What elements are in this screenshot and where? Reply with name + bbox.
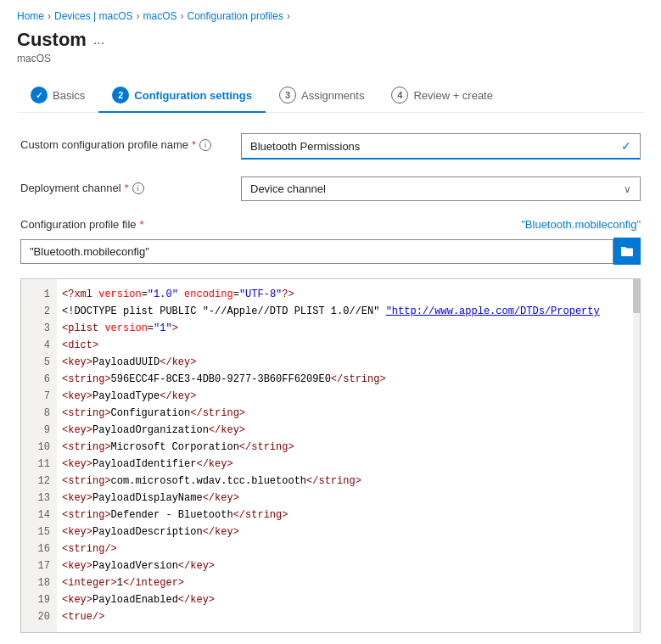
more-options-icon[interactable]: ... bbox=[93, 32, 104, 48]
profile-name-info-icon[interactable]: i bbox=[199, 139, 211, 151]
page-title-area: Custom ... bbox=[17, 29, 644, 51]
xml-line-14: <string>Defender - Bluetooth</string> bbox=[62, 507, 635, 524]
xml-line-18: <integer>1</integer> bbox=[62, 574, 635, 591]
xml-line-6: <string>596ECC4F-8CE3-4DB0-9277-3B60FF62… bbox=[62, 371, 635, 388]
tab-configuration-circle: 2 bbox=[112, 87, 129, 104]
profile-name-required: * bbox=[192, 138, 196, 151]
xml-line-7: <key>PayloadType</key> bbox=[62, 388, 635, 405]
tab-configuration[interactable]: 2 Configuration settings bbox=[98, 78, 266, 112]
page-subtitle: macOS bbox=[17, 53, 644, 64]
tab-basics-circle: ✓ bbox=[31, 87, 48, 104]
config-file-required: * bbox=[140, 218, 144, 231]
page-title: Custom bbox=[17, 29, 87, 51]
config-file-label: Configuration profile file * bbox=[20, 218, 241, 231]
form-section: Custom configuration profile name * i Bl… bbox=[17, 133, 644, 633]
tab-basics-label: Basics bbox=[53, 89, 85, 102]
xml-line-3: <plist version="1"> bbox=[62, 320, 635, 337]
config-file-row: Configuration profile file * "Bluetooth.… bbox=[20, 218, 641, 231]
xml-editor-inner: 1 2 3 4 5 6 7 8 9 10 11 12 13 14 15 16 1 bbox=[21, 279, 640, 632]
tab-assignments-circle: 3 bbox=[279, 87, 296, 104]
checkmark-icon: ✓ bbox=[621, 139, 631, 153]
xml-line-11: <key>PayloadIdentifier</key> bbox=[62, 456, 635, 473]
config-file-link[interactable]: "Bluetooth.mobileconfig" bbox=[241, 218, 641, 231]
xml-editor[interactable]: 1 2 3 4 5 6 7 8 9 10 11 12 13 14 15 16 1 bbox=[20, 278, 641, 633]
profile-name-input[interactable]: Bluetooth Permissions ✓ bbox=[241, 133, 641, 160]
line-numbers: 1 2 3 4 5 6 7 8 9 10 11 12 13 14 15 16 1 bbox=[21, 279, 57, 632]
tab-review-circle: 4 bbox=[391, 87, 408, 104]
tab-review-label: Review + create bbox=[413, 89, 493, 102]
file-input-row: "Bluetooth.mobileconfig" bbox=[20, 238, 641, 265]
page-container: Home › Devices | macOS › macOS › Configu… bbox=[0, 0, 661, 643]
profile-name-label: Custom configuration profile name * i bbox=[20, 133, 241, 151]
profile-name-control: Bluetooth Permissions ✓ bbox=[241, 133, 641, 160]
folder-icon bbox=[620, 244, 634, 258]
tab-basics[interactable]: ✓ Basics bbox=[17, 78, 98, 112]
xml-line-15: <key>PayloadDescription</key> bbox=[62, 524, 635, 540]
tab-assignments[interactable]: 3 Assignments bbox=[266, 78, 378, 112]
xml-line-13: <key>PayloadDisplayName</key> bbox=[62, 490, 635, 507]
deployment-required: * bbox=[125, 182, 129, 194]
deployment-channel-select[interactable]: Device channel ∨ bbox=[241, 176, 641, 201]
xml-line-10: <string>Microsoft Corporation</string> bbox=[62, 439, 635, 456]
xml-content: <?xml version="1.0" encoding="UTF-8"?> <… bbox=[57, 279, 640, 632]
breadcrumb-devices[interactable]: Devices | macOS bbox=[54, 10, 132, 22]
xml-line-5: <key>PayloadUUID</key> bbox=[62, 354, 635, 371]
xml-line-16: <string/> bbox=[62, 540, 635, 557]
file-upload-button[interactable] bbox=[613, 238, 641, 265]
deployment-channel-row: Deployment channel * i Device channel ∨ bbox=[20, 176, 641, 201]
xml-line-17: <key>PayloadVersion</key> bbox=[62, 557, 635, 574]
xml-line-8: <string>Configuration</string> bbox=[62, 405, 635, 422]
xml-line-2: <!DOCTYPE plist PUBLIC "-//Apple//DTD PL… bbox=[62, 303, 635, 320]
tab-bar: ✓ Basics 2 Configuration settings 3 Assi… bbox=[17, 78, 644, 113]
xml-line-19: <key>PayloadEnabled</key> bbox=[62, 591, 635, 608]
deployment-channel-control: Device channel ∨ bbox=[241, 176, 641, 201]
deployment-channel-label: Deployment channel * i bbox=[20, 176, 241, 194]
tab-configuration-label: Configuration settings bbox=[134, 89, 252, 102]
tab-review[interactable]: 4 Review + create bbox=[378, 78, 507, 112]
deployment-info-icon[interactable]: i bbox=[132, 182, 144, 194]
breadcrumb-config-profiles[interactable]: Configuration profiles bbox=[188, 10, 283, 22]
tab-assignments-label: Assignments bbox=[301, 89, 364, 102]
chevron-down-icon: ∨ bbox=[624, 183, 631, 195]
xml-line-9: <key>PayloadOrganization</key> bbox=[62, 422, 635, 439]
breadcrumb-macos[interactable]: macOS bbox=[143, 10, 177, 22]
xml-line-4: <dict> bbox=[62, 337, 635, 354]
xml-line-12: <string>com.microsoft.wdav.tcc.bluetooth… bbox=[62, 473, 635, 490]
profile-name-row: Custom configuration profile name * i Bl… bbox=[20, 133, 641, 160]
xml-line-1: <?xml version="1.0" encoding="UTF-8"?> bbox=[62, 286, 635, 303]
xml-line-20: <true/> bbox=[62, 608, 635, 625]
breadcrumb: Home › Devices | macOS › macOS › Configu… bbox=[17, 10, 644, 22]
scrollbar-thumb bbox=[633, 279, 640, 313]
file-input[interactable]: "Bluetooth.mobileconfig" bbox=[20, 239, 613, 264]
scrollbar[interactable] bbox=[633, 279, 640, 632]
breadcrumb-home[interactable]: Home bbox=[17, 10, 44, 22]
